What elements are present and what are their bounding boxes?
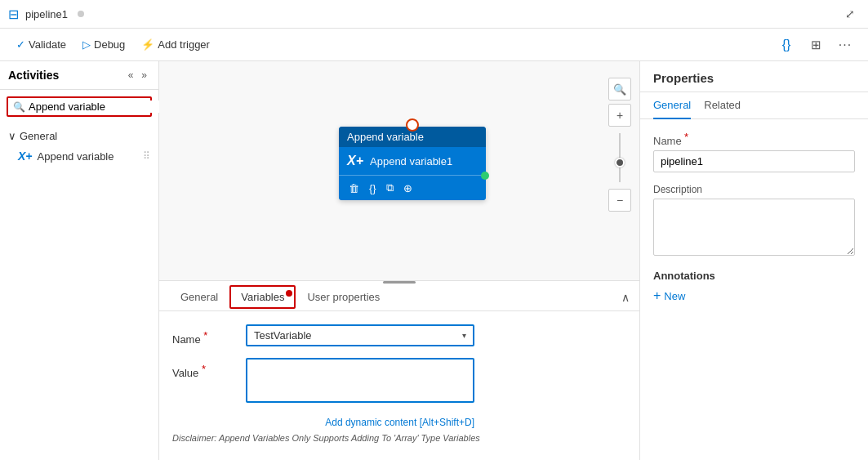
- prop-annotations: Annotations + New: [653, 270, 855, 303]
- unsaved-dot: [78, 11, 84, 17]
- prop-name-input[interactable]: [653, 150, 855, 172]
- debug-button[interactable]: ▷ Debug: [76, 35, 131, 54]
- node-delete-button[interactable]: 🗑: [347, 180, 361, 196]
- value-label: Value *: [172, 358, 238, 379]
- disclaimer-text: Disclaimer: Append Variables Only Suppor…: [172, 433, 626, 443]
- prop-description-field: Description: [653, 184, 855, 258]
- validate-label: Validate: [29, 38, 66, 51]
- node-box: Append variable X+ Append variable1 🗑 {}…: [339, 127, 486, 200]
- pipeline-title: pipeline1: [25, 8, 68, 20]
- add-annotation-button[interactable]: + New: [653, 288, 685, 303]
- node-connector-top: [406, 118, 419, 132]
- node-body: X+ Append variable1: [339, 147, 486, 175]
- bottom-content: Name * TestVariable ▾ Value *: [159, 311, 639, 456]
- zoom-controls: 🔍 + −: [608, 78, 631, 212]
- sidebar: Activities « » 🔍 ∨ General X+ Append var…: [0, 61, 159, 460]
- node-body-icon: X+: [347, 154, 363, 168]
- drag-handle-icon: ⠿: [143, 150, 150, 162]
- prop-description-label: Description: [653, 184, 855, 195]
- sidebar-general-header[interactable]: ∨ General: [0, 127, 158, 145]
- zoom-out-button[interactable]: −: [608, 189, 631, 212]
- code-button[interactable]: {}: [773, 32, 799, 58]
- tab-user-properties[interactable]: User properties: [296, 284, 391, 311]
- node-clone-button[interactable]: ⧉: [385, 180, 395, 196]
- template-button[interactable]: ⊞: [803, 32, 829, 58]
- sidebar-header: Activities « »: [0, 61, 158, 90]
- chevron-down-icon: ∨: [8, 130, 16, 142]
- panel-collapse-button[interactable]: ∧: [621, 291, 630, 304]
- sidebar-title: Activities: [8, 69, 125, 82]
- main-area: Activities « » 🔍 ∨ General X+ Append var…: [0, 61, 868, 460]
- sidebar-item-label: Append variable: [38, 150, 114, 163]
- add-trigger-icon: ⚡: [141, 38, 154, 51]
- prop-annotations-label: Annotations: [653, 270, 855, 282]
- toolbar: ✓ Validate ▷ Debug ⚡ Add trigger {} ⊞ ··…: [0, 29, 868, 61]
- variables-badge: [286, 290, 292, 297]
- properties-tab-general[interactable]: General: [653, 92, 691, 119]
- node-body-text: Append variable1: [370, 155, 452, 167]
- restore-button[interactable]: ⤢: [840, 4, 860, 24]
- node-code-button[interactable]: {}: [367, 180, 378, 196]
- app-icon: ⊟: [8, 7, 19, 22]
- sidebar-expand-button[interactable]: »: [138, 68, 150, 83]
- tab-user-properties-label: User properties: [307, 291, 380, 303]
- properties-title: Properties: [640, 61, 868, 92]
- tab-general[interactable]: General: [169, 284, 229, 311]
- search-box[interactable]: 🔍: [7, 96, 152, 117]
- properties-tabs: General Related: [640, 92, 868, 119]
- properties-tab-related-label: Related: [704, 99, 741, 111]
- prop-description-textarea[interactable]: [653, 199, 855, 256]
- title-bar: ⊟ pipeline1 ⤢: [0, 0, 868, 29]
- dynamic-content-link[interactable]: Add dynamic content [Alt+Shift+D]: [246, 417, 474, 428]
- name-select[interactable]: TestVariable ▾: [246, 324, 474, 346]
- validate-icon: ✓: [16, 38, 25, 51]
- form-name-row: Name * TestVariable ▾: [172, 324, 626, 346]
- properties-tab-related[interactable]: Related: [704, 92, 741, 119]
- validate-button[interactable]: ✓ Validate: [10, 35, 73, 54]
- properties-panel: Properties General Related Name * Descri…: [639, 61, 868, 460]
- zoom-in-button[interactable]: +: [608, 104, 631, 127]
- node-title: Append variable: [347, 131, 424, 143]
- tab-general-label: General: [180, 291, 218, 303]
- name-label: Name *: [172, 324, 238, 346]
- properties-tab-general-label: General: [653, 99, 691, 111]
- more-button[interactable]: ···: [832, 32, 858, 58]
- tab-variables[interactable]: Variables: [229, 285, 296, 309]
- add-trigger-button[interactable]: ⚡ Add trigger: [135, 35, 216, 54]
- value-textarea[interactable]: [246, 358, 474, 403]
- activity-node[interactable]: Append variable X+ Append variable1 🗑 {}…: [339, 127, 486, 200]
- bottom-panel: General Variables User properties ∧ Name…: [159, 280, 639, 460]
- properties-body: Name * Description Annotations + New: [640, 119, 868, 460]
- value-textarea-container: [246, 358, 474, 405]
- add-trigger-label: Add trigger: [158, 38, 210, 51]
- canvas-area: Append variable X+ Append variable1 🗑 {}…: [159, 61, 639, 460]
- zoom-slider-thumb: [615, 158, 625, 167]
- search-icon: 🔍: [13, 101, 25, 113]
- sidebar-item-append-variable[interactable]: X+ Append variable ⠿: [0, 145, 158, 167]
- search-input[interactable]: [29, 100, 166, 113]
- zoom-search-button[interactable]: 🔍: [608, 78, 631, 100]
- form-value-row: Value *: [172, 358, 626, 405]
- node-connect-button[interactable]: ⊕: [402, 180, 414, 196]
- bottom-tabs: General Variables User properties ∧: [159, 284, 639, 311]
- zoom-slider-track: [619, 133, 621, 182]
- plus-icon: +: [653, 288, 661, 303]
- sidebar-collapse-button[interactable]: «: [125, 68, 137, 83]
- tab-variables-label: Variables: [241, 291, 284, 303]
- sidebar-general-section: ∨ General X+ Append variable ⠿: [0, 123, 158, 170]
- debug-icon: ▷: [82, 38, 91, 51]
- sidebar-general-label: General: [20, 130, 57, 142]
- debug-label: Debug: [94, 38, 125, 51]
- node-actions: 🗑 {} ⧉ ⊕: [339, 175, 486, 200]
- append-variable-icon: X+: [18, 150, 33, 163]
- prop-name-field: Name *: [653, 131, 855, 172]
- node-status-indicator: [481, 172, 489, 180]
- name-select-value: TestVariable: [254, 329, 462, 342]
- chevron-down-icon: ▾: [462, 331, 466, 340]
- prop-name-label: Name *: [653, 131, 855, 147]
- window-controls: ⤢: [840, 4, 860, 24]
- add-annotation-label: New: [664, 290, 685, 302]
